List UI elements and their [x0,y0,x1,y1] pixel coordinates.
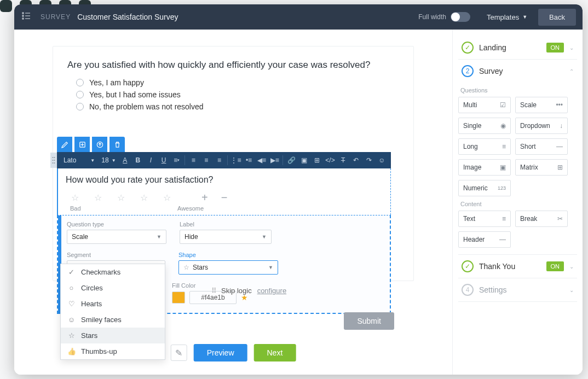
remove-star-icon[interactable]: − [221,191,228,204]
ctype-break[interactable]: Break✂ [515,211,568,227]
option-row[interactable]: No, the problem was not resolved [76,102,399,111]
ctype-header[interactable]: Header— [458,231,511,248]
submit-button[interactable]: Submit [344,312,394,330]
qtype-image[interactable]: Image▣ [458,159,511,176]
lines-icon: ≡ [502,143,506,150]
qtype-scale[interactable]: Scale••• [515,97,568,113]
shape-select[interactable]: ☆Stars▼ [178,260,278,275]
shape-option-hearts[interactable]: ♡Hearts [61,296,165,312]
qtype-multi[interactable]: Multi☑ [458,97,511,113]
check-icon: ✓ [462,260,474,272]
arrow-down-icon: ↓ [560,122,563,130]
back-button[interactable]: Back [538,9,576,26]
grid-icon: ⊞ [557,164,563,171]
image-icon[interactable]: ▣ [298,154,310,166]
underline-icon[interactable]: U [158,154,170,166]
star-icon[interactable]: ☆ [94,193,102,203]
scale-max-label: Awesome [177,205,204,212]
clear-format-icon[interactable]: T [337,154,349,166]
step-settings[interactable]: 4 Settings ⌄ [458,278,577,302]
align-right-icon[interactable]: ≡ [214,154,226,166]
step-survey[interactable]: 2 Survey ⌃ [458,60,577,83]
option-row[interactable]: Yes, I am happy [76,78,399,87]
table-icon[interactable]: ⊞ [312,154,324,166]
radio-icon: ◉ [500,122,506,130]
content-section-label: Content [460,201,577,207]
label-mode-select[interactable]: Hide▼ [180,230,272,244]
radio-icon [76,103,84,110]
font-color-icon[interactable]: A [119,154,131,166]
chevron-down-icon: ⌄ [569,45,574,51]
delete-icon[interactable] [109,137,125,152]
star-icon[interactable]: ☆ [163,193,171,203]
check-icon: ✓ [462,42,474,54]
theme-icon[interactable]: ✎ [171,345,187,361]
shape-option-checkmarks[interactable]: ✓Checkmarks [61,264,165,280]
font-size-select[interactable]: 18▼ [99,156,118,164]
field-label: Label [180,221,272,228]
question-type-select[interactable]: Scale▼ [67,230,166,244]
drag-handle-icon[interactable] [50,153,57,168]
shape-option-circles[interactable]: ○Circles [61,280,165,296]
line-height-icon[interactable]: ≡▾ [171,154,183,166]
align-left-icon[interactable]: ≡ [187,154,199,166]
heart-icon: ♡ [67,300,76,308]
qtype-single[interactable]: Single◉ [458,118,511,134]
font-family-select[interactable]: Lato▼ [60,156,98,164]
qtype-short[interactable]: Short— [515,138,568,155]
edit-icon[interactable] [57,137,72,152]
qtype-matrix[interactable]: Matrix⊞ [515,159,568,176]
bold-icon[interactable]: B [132,154,144,166]
outdent-icon[interactable]: ◀≡ [256,154,268,166]
chevron-down-icon: ⌄ [569,287,574,293]
drag-mini-icon: ⠿ [211,287,217,295]
step-number-icon: 4 [462,284,474,296]
link-icon[interactable]: 🔗 [285,154,297,166]
qtype-numeric[interactable]: Numeric123 [458,180,511,196]
undo-icon[interactable]: ↶ [350,154,362,166]
shape-option-stars[interactable]: ☆Stars [61,328,165,343]
skip-logic-configure-link[interactable]: configure [257,287,286,295]
full-width-label: Full width [418,13,446,21]
text-icon: ≡ [502,215,506,223]
circle-icon: ○ [67,284,76,292]
templates-dropdown[interactable]: Templates▼ [487,13,527,21]
smiley-icon: ☺ [67,316,76,324]
qtype-dropdown[interactable]: Dropdown↓ [515,118,568,134]
svg-point-15 [54,162,55,164]
emoji-icon[interactable]: ☺ [376,154,388,166]
question-2-text[interactable]: How would you rate your satisfaction? [66,175,383,185]
add-star-icon[interactable]: + [201,191,208,204]
align-center-icon[interactable]: ≡ [200,154,212,166]
field-label: Question type [67,221,166,228]
on-badge: ON [546,43,564,53]
full-width-toggle[interactable] [451,12,470,22]
redo-icon[interactable]: ↷ [363,154,375,166]
step-landing[interactable]: ✓ Landing ON ⌄ [458,36,577,60]
next-button[interactable]: Next [254,344,296,361]
upload-icon[interactable] [92,137,107,152]
star-icon[interactable]: ☆ [117,193,125,203]
thumbs-up-icon: 👍 [67,347,76,355]
duplicate-icon[interactable] [74,137,90,152]
ol-icon[interactable]: ⋮≡ [230,154,242,166]
italic-icon[interactable]: I [145,154,157,166]
star-icon[interactable]: ☆ [71,193,79,203]
ctype-text[interactable]: Text≡ [458,211,511,227]
header-icon: — [499,236,506,243]
code-icon[interactable]: </> [324,154,336,166]
shape-option-smiley[interactable]: ☺Smiley faces [61,312,165,328]
svg-point-11 [54,157,55,158]
right-panel: ✓ Landing ON ⌄ 2 Survey ⌃ Questions Mult… [452,30,583,375]
ul-icon[interactable]: •≡ [243,154,255,166]
menu-icon[interactable] [21,10,32,24]
option-row[interactable]: Yes, but I had some issues [76,90,399,99]
star-icon[interactable]: ☆ [140,193,148,203]
indent-icon[interactable]: ▶≡ [269,154,281,166]
qtype-long[interactable]: Long≡ [458,138,511,155]
image-icon: ▣ [500,164,506,171]
preview-button[interactable]: Preview [194,344,247,361]
color-swatch[interactable] [172,291,185,304]
shape-option-thumbs[interactable]: 👍Thumbs-up [61,343,165,359]
step-thankyou[interactable]: ✓ Thank You ON ⌄ [458,254,577,278]
